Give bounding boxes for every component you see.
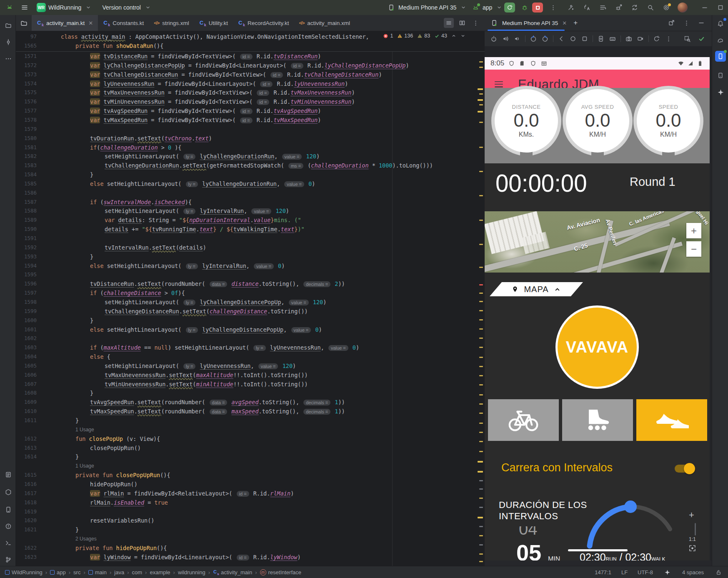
run-config-selector[interactable]: app [471, 3, 504, 12]
volume-down-icon[interactable] [513, 34, 522, 43]
activity-tile-bicycle[interactable] [488, 399, 559, 441]
stripe-mark[interactable] [479, 553, 483, 555]
tab-RecordActivity.kt[interactable]: CkRecordActivity.kt [233, 15, 294, 31]
fit-to-window-icon[interactable] [689, 545, 696, 553]
code-editor[interactable]: 1571var tvDistanceRun = findViewById<Tex… [16, 31, 485, 566]
screen-record-icon[interactable] [636, 34, 645, 43]
ai-sparkle-icon[interactable] [663, 568, 672, 577]
hide-icon[interactable] [697, 18, 706, 28]
inspection-widget[interactable]: 11368343 [383, 33, 465, 39]
commit-icon[interactable] [3, 37, 14, 48]
problems-icon[interactable] [3, 521, 14, 532]
maximize-icon[interactable] [716, 3, 725, 12]
device-selector[interactable]: Medium Phone API 35 [387, 3, 468, 12]
stripe-mark[interactable] [478, 471, 483, 473]
gemini-icon[interactable] [715, 87, 726, 98]
close-icon[interactable]: ✕ [88, 20, 93, 26]
prev-problem-icon[interactable] [451, 33, 456, 38]
stripe-mark[interactable] [479, 67, 483, 68]
breadcrumb-com[interactable]: com [132, 569, 143, 575]
stripe-mark[interactable] [479, 375, 483, 376]
stripe-mark[interactable] [479, 488, 483, 490]
map-zoom-out-button[interactable]: − [686, 241, 701, 257]
stripe-mark[interactable] [478, 517, 483, 518]
stripe-mark[interactable] [479, 432, 483, 433]
stripe-mark[interactable] [479, 171, 483, 172]
info-count[interactable]: 43 [434, 33, 447, 39]
deploy-check-icon[interactable] [697, 34, 706, 43]
new-tab-icon[interactable]: + [573, 19, 578, 27]
phone-settings-icon[interactable] [596, 34, 605, 43]
breadcrumb-main[interactable]: main [88, 569, 107, 575]
stripe-mark[interactable] [478, 88, 483, 90]
warning-count[interactable]: 136 [397, 33, 413, 39]
next-problem-icon[interactable] [460, 33, 465, 38]
stripe-mark[interactable] [479, 498, 483, 499]
stripe-mark[interactable] [479, 561, 483, 562]
more-horizontal-icon[interactable] [3, 53, 14, 64]
device-tab-label[interactable]: Medium Phone API 35 [502, 20, 558, 26]
stripe-mark[interactable] [479, 267, 483, 268]
search-icon[interactable] [646, 3, 655, 12]
stripe-mark[interactable] [478, 111, 483, 113]
breadcrumb-resetInterface[interactable]: mresetInterface [260, 569, 302, 575]
device-screen[interactable]: 8:05 Eduardo JDM DISTANCE0.0KMs.AVG SPEE… [485, 57, 710, 560]
stripe-mark[interactable] [479, 195, 483, 196]
drawer-menu-icon[interactable] [495, 80, 503, 88]
project-folder-icon[interactable] [3, 20, 14, 31]
stripe-mark[interactable] [479, 544, 483, 545]
stripe-mark[interactable] [479, 507, 483, 508]
stripe-mark[interactable] [479, 413, 483, 414]
breadcrumb-example[interactable]: example [150, 569, 170, 575]
gradle-icon[interactable] [715, 35, 726, 46]
screenshot-icon[interactable] [624, 34, 633, 43]
stripe-mark[interactable] [479, 122, 483, 123]
tab-activity_main.xml[interactable]: </>activity_main.xml [294, 15, 355, 31]
stripe-mark[interactable] [479, 357, 483, 358]
activity-tile-shoes[interactable] [636, 399, 707, 441]
select-window-icon[interactable] [683, 34, 692, 43]
device-explorer-icon[interactable] [3, 504, 14, 515]
breadcrumb-app[interactable]: app [50, 569, 66, 575]
stripe-mark[interactable] [479, 394, 483, 395]
terminal-icon[interactable] [3, 538, 14, 548]
kebab-icon[interactable] [664, 34, 673, 43]
rotate-right-icon[interactable] [540, 34, 550, 43]
stripe-mark[interactable] [479, 347, 483, 348]
stripe-mark[interactable] [479, 403, 483, 405]
file-encoding[interactable]: UTF-8 [638, 569, 653, 575]
build-hammer-icon[interactable] [567, 3, 576, 12]
stripe-mark[interactable] [479, 301, 483, 302]
debug-icon[interactable] [520, 3, 529, 12]
activity-tile-rollerblade[interactable] [562, 399, 633, 441]
caret-position[interactable]: 1477:1 [595, 569, 611, 575]
error-count[interactable]: 1 [383, 33, 393, 39]
tab-strings.xml[interactable]: </>strings.xml [149, 15, 194, 31]
stripe-mark[interactable] [479, 535, 483, 536]
home-icon[interactable] [568, 34, 578, 43]
version-control-icon[interactable] [3, 554, 14, 565]
duration-picker-prev[interactable]: 04 [519, 526, 538, 536]
rotate-left-icon[interactable] [529, 34, 538, 43]
minimize-icon[interactable] [700, 3, 709, 12]
tab-Constants.kt[interactable]: CkConstants.kt [98, 15, 149, 31]
notifications-icon[interactable] [715, 18, 726, 29]
lock-icon[interactable] [714, 568, 723, 577]
stop-button[interactable] [532, 3, 543, 13]
user-avatar[interactable] [678, 3, 688, 13]
debug-attach-icon[interactable] [614, 3, 623, 12]
tab-activity_main.kt[interactable]: Ckactivity_main.kt✕ [32, 15, 98, 31]
map-view[interactable]: Av. AviacionC. las AmericasC. 25Av Perif… [485, 211, 710, 273]
vcs-widget[interactable]: Version control [102, 3, 153, 12]
breadcrumb-WildRunning[interactable]: WildRunning [5, 569, 43, 575]
kebab-button[interactable] [470, 18, 480, 28]
breadcrumbs[interactable]: WildRunning›app›src›main›java›com›exampl… [5, 569, 301, 575]
running-devices-icon[interactable] [715, 51, 726, 62]
stripe-mark[interactable] [478, 461, 483, 463]
back-icon[interactable] [557, 34, 566, 43]
stripe-mark[interactable] [479, 328, 483, 330]
stripe-mark[interactable] [479, 310, 483, 311]
list-view-button[interactable] [444, 18, 454, 28]
stripe-mark[interactable] [479, 293, 483, 294]
kebab-icon[interactable] [548, 3, 558, 12]
